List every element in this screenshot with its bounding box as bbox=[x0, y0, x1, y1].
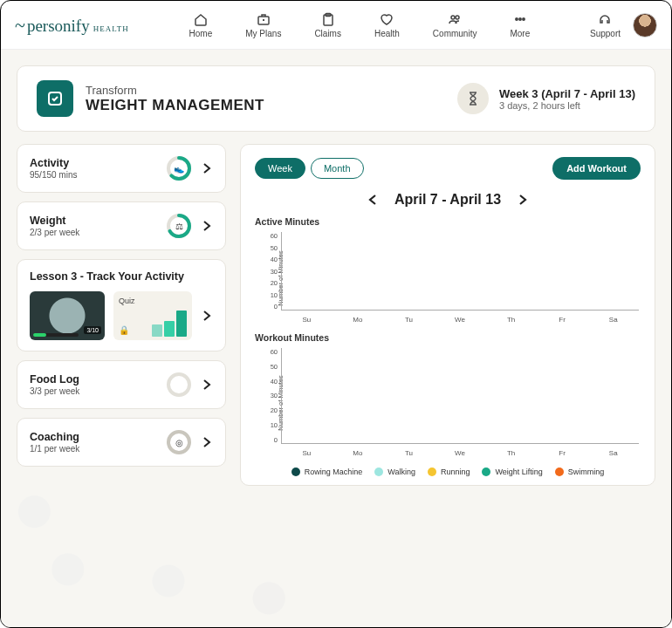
card-lesson[interactable]: Lesson 3 - Track Your Activity 3/10 Quiz… bbox=[17, 259, 226, 352]
chart-active-minutes: Number of Minutes 6050403020100 SuMoTuWe… bbox=[255, 232, 641, 324]
card-title: Food Log bbox=[30, 373, 79, 386]
quiz-chart-icon bbox=[152, 311, 187, 337]
range-segmented: Week Month bbox=[255, 158, 364, 179]
next-week-button[interactable] bbox=[517, 194, 529, 206]
svg-point-5 bbox=[516, 17, 518, 19]
prev-week-button[interactable] bbox=[367, 194, 379, 206]
card-sub: 2/3 per week bbox=[30, 228, 79, 237]
card-activity[interactable]: Activity 95/150 mins 👟 bbox=[17, 144, 226, 193]
svg-point-7 bbox=[523, 17, 525, 19]
chart-legend: Rowing MachineWalkingRunningWeight Lifti… bbox=[255, 468, 641, 476]
chart1-title: Active Minutes bbox=[255, 216, 641, 227]
svg-point-13 bbox=[168, 374, 189, 395]
svg-point-3 bbox=[451, 16, 455, 19]
nav-home[interactable]: Home bbox=[189, 12, 213, 38]
progress-ring-activity: 👟 bbox=[166, 155, 192, 181]
brand-logo: ~personify HEALTH bbox=[15, 14, 129, 37]
chevron-right-icon bbox=[201, 379, 213, 391]
user-avatar[interactable] bbox=[633, 13, 657, 38]
program-hero: Transform WEIGHT MANAGEMENT Week 3 (Apri… bbox=[17, 65, 655, 132]
side-column: Activity 95/150 mins 👟 Weight 2/3 per we… bbox=[17, 144, 226, 486]
dots-icon bbox=[513, 12, 527, 26]
briefcase-icon bbox=[257, 12, 271, 26]
hourglass-icon bbox=[457, 83, 489, 114]
add-workout-button[interactable]: Add Workout bbox=[552, 157, 641, 180]
quiz-label: Quiz bbox=[119, 297, 187, 305]
card-sub: 1/1 per week bbox=[30, 444, 79, 454]
nav-claims[interactable]: Claims bbox=[314, 12, 341, 38]
lesson-progress-count: 3/10 bbox=[84, 326, 101, 334]
nav-more[interactable]: More bbox=[510, 12, 530, 38]
tab-week[interactable]: Week bbox=[255, 158, 305, 179]
chevron-right-icon bbox=[201, 310, 213, 322]
lesson-video-thumbnail[interactable]: 3/10 bbox=[30, 291, 105, 340]
progress-ring-coaching: ◎ bbox=[166, 429, 192, 455]
tab-month[interactable]: Month bbox=[311, 158, 364, 179]
chevron-right-icon bbox=[201, 162, 213, 174]
nav-my-plans[interactable]: My Plans bbox=[245, 12, 281, 38]
nav-label: Home bbox=[189, 29, 213, 38]
card-sub: 95/150 mins bbox=[30, 170, 77, 180]
chart2-title: Workout Minutes bbox=[255, 332, 641, 343]
card-food-log[interactable]: Food Log 3/3 per week bbox=[17, 360, 226, 409]
users-icon bbox=[448, 12, 462, 26]
nav-health[interactable]: Health bbox=[374, 12, 400, 38]
nav-label: Support bbox=[590, 29, 621, 38]
chart-workout-minutes: Number of Minutes 6050403020100 SuMoTuWe… bbox=[255, 348, 641, 457]
clipboard-icon bbox=[321, 12, 335, 26]
heart-icon bbox=[380, 12, 394, 26]
lesson-quiz-block[interactable]: Quiz 🔒 bbox=[113, 291, 192, 340]
card-coaching[interactable]: Coaching 1/1 per week ◎ bbox=[17, 418, 226, 467]
card-title: Activity bbox=[30, 157, 77, 169]
shoe-icon: 👟 bbox=[166, 155, 192, 181]
nav-items: Home My Plans Claims Health Community Mo… bbox=[129, 12, 590, 38]
program-kicker: Transform bbox=[86, 84, 264, 97]
card-title: Weight bbox=[30, 215, 79, 227]
date-range: April 7 - April 13 bbox=[394, 192, 501, 208]
nav-label: More bbox=[510, 29, 530, 38]
nav-community[interactable]: Community bbox=[433, 12, 477, 38]
program-title: WEIGHT MANAGEMENT bbox=[86, 97, 264, 114]
scale-icon: ⚖ bbox=[166, 213, 192, 239]
headset-icon bbox=[598, 12, 612, 26]
nav-label: Health bbox=[374, 29, 400, 38]
program-icon bbox=[37, 80, 73, 117]
card-sub: 3/3 per week bbox=[30, 386, 79, 396]
chevron-right-icon bbox=[201, 436, 213, 448]
nav-support[interactable]: Support bbox=[590, 12, 621, 38]
week-label: Week 3 (April 7 - April 13) bbox=[499, 87, 635, 100]
svg-point-4 bbox=[456, 16, 459, 19]
lesson-title: Lesson 3 - Track Your Activity bbox=[30, 270, 184, 283]
card-weight[interactable]: Weight 2/3 per week ⚖ bbox=[17, 201, 226, 250]
nav-label: My Plans bbox=[245, 29, 281, 38]
chevron-right-icon bbox=[201, 220, 213, 232]
home-icon bbox=[194, 12, 208, 26]
time-left: 3 days, 2 hours left bbox=[499, 100, 635, 111]
progress-ring-food bbox=[166, 372, 192, 398]
top-nav: ~personify HEALTH Home My Plans Claims H… bbox=[1, 1, 671, 50]
card-title: Coaching bbox=[30, 431, 79, 443]
progress-ring-weight: ⚖ bbox=[166, 213, 192, 239]
target-icon: ◎ bbox=[166, 429, 192, 455]
nav-label: Claims bbox=[314, 29, 341, 38]
main-panel: Week Month Add Workout April 7 - April 1… bbox=[240, 144, 655, 486]
nav-label: Community bbox=[433, 29, 477, 38]
svg-point-6 bbox=[519, 17, 521, 19]
